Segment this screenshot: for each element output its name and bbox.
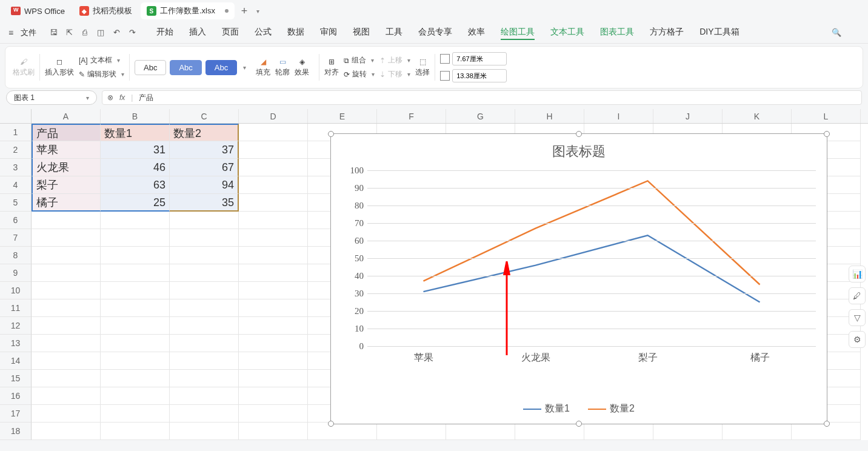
tab-diy[interactable]: DIY工具箱 [699,25,739,40]
cell[interactable] [239,229,308,247]
cell[interactable] [32,299,101,317]
cell[interactable] [239,352,308,370]
cell[interactable] [170,229,239,247]
resize-handle-icon[interactable] [824,421,830,427]
resize-handle-icon[interactable] [328,421,334,427]
cell[interactable] [239,387,308,405]
col-header[interactable]: D [239,109,308,123]
tab-tools[interactable]: 工具 [386,25,402,40]
tab-efficiency[interactable]: 效率 [468,25,485,40]
chart-series-line[interactable] [424,235,760,302]
cell[interactable] [239,335,308,352]
tab-page[interactable]: 页面 [222,25,239,40]
cell[interactable]: 31 [101,141,170,159]
fill-button[interactable]: ◢ 填充 [256,58,270,78]
cell[interactable] [170,317,239,335]
row-header[interactable]: 10 [0,282,32,299]
cell[interactable] [101,387,170,405]
col-header[interactable]: B [101,109,170,123]
row-header[interactable]: 6 [0,212,32,229]
row-header[interactable]: 15 [0,370,32,387]
resize-handle-icon[interactable] [824,131,830,137]
text-box-button[interactable]: [A] 文本框 ▾ [79,55,124,65]
cell[interactable] [101,335,170,352]
cell[interactable] [32,282,101,299]
cell[interactable] [170,405,239,423]
cell[interactable] [32,370,101,387]
cell[interactable] [170,264,239,282]
cell[interactable] [101,317,170,335]
cell[interactable] [101,264,170,282]
row-header[interactable]: 17 [0,405,32,423]
chart-elements-button[interactable]: 📊 [849,266,866,282]
cell[interactable] [32,405,101,423]
cell[interactable]: 火龙果 [32,159,101,176]
resize-handle-icon[interactable] [576,131,582,137]
chart-title[interactable]: 图表标题 [331,134,827,167]
cell[interactable] [239,194,308,212]
height-input[interactable] [452,52,507,65]
cell[interactable] [101,423,170,440]
tab-view[interactable]: 视图 [353,25,370,40]
cell[interactable] [239,405,308,423]
group-button[interactable]: ⧉ 组合 ▾ [344,55,375,65]
cell[interactable] [239,423,308,440]
cell[interactable] [515,423,584,440]
fx-icon[interactable]: fx [119,93,125,102]
col-header[interactable]: I [584,109,653,123]
cell[interactable] [101,212,170,229]
row-header[interactable]: 13 [0,335,32,352]
cell[interactable]: 67 [170,159,239,176]
name-box[interactable]: 图表 1 ▾ [6,90,97,105]
cell[interactable] [653,423,723,440]
tab-fanggezi[interactable]: 方方格子 [650,25,684,40]
chart-series-line[interactable] [424,181,760,284]
tab-insert[interactable]: 插入 [189,25,206,40]
cell[interactable]: 梨子 [32,176,101,194]
col-header[interactable]: F [377,109,446,123]
legend-item[interactable]: 数量1 [523,403,570,415]
col-header[interactable]: H [515,109,584,123]
col-header[interactable]: J [653,109,723,123]
tab-dropdown-icon[interactable]: ▾ [256,8,259,15]
cell[interactable] [101,352,170,370]
print-icon[interactable]: ⎙ [80,28,90,38]
save-icon[interactable]: 🖫 [48,28,58,38]
cell[interactable] [32,387,101,405]
select-all-corner[interactable] [0,109,32,123]
cell[interactable]: 35 [170,194,239,212]
chart-filter-button[interactable]: ▽ [849,309,866,326]
tab-start[interactable]: 开始 [156,25,173,40]
row-header[interactable]: 5 [0,194,32,212]
edit-shape-button[interactable]: ✎ 编辑形状 ▾ [79,69,124,79]
col-header[interactable]: L [792,109,861,123]
row-header[interactable]: 8 [0,247,32,264]
cell[interactable]: 苹果 [32,141,101,159]
outline-button[interactable]: ▭ 轮廓 [275,58,290,78]
cancel-icon[interactable]: ⊗ [107,93,113,102]
row-header[interactable]: 2 [0,141,32,159]
cell[interactable] [170,335,239,352]
cell[interactable] [584,423,653,440]
tab-chart-tools[interactable]: 图表工具 [600,25,634,40]
tab-text-tools[interactable]: 文本工具 [550,25,584,40]
cell[interactable]: 数量2 [170,124,239,141]
cell[interactable] [32,317,101,335]
cell[interactable] [239,159,308,176]
add-tab-button[interactable]: + [237,4,252,18]
cell[interactable]: 产品 [32,124,101,141]
insert-shape-button[interactable]: ◻ 插入形状 [45,58,74,78]
cell[interactable] [101,282,170,299]
search-icon[interactable]: 🔍 [832,28,860,37]
cell[interactable]: 63 [101,176,170,194]
cell[interactable] [446,423,515,440]
tab-data[interactable]: 数据 [287,25,304,40]
hamburger-icon[interactable]: ≡ [8,28,13,38]
style-preset-3[interactable]: Abc [205,60,237,75]
cell[interactable] [32,212,101,229]
tab-drawing-tools[interactable]: 绘图工具 [501,25,535,40]
cell[interactable] [239,124,308,141]
style-preset-2[interactable]: Abc [170,60,201,75]
row-header[interactable]: 14 [0,352,32,370]
shape-style-gallery[interactable]: Abc Abc Abc ▾ [135,60,246,75]
